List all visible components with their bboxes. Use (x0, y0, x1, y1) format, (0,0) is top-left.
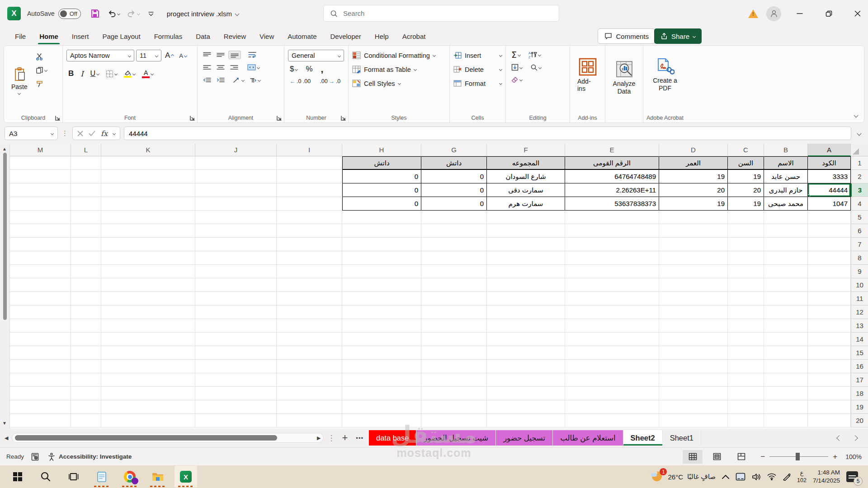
italic-button[interactable]: I (79, 69, 85, 79)
autosave-toggle[interactable]: Off (58, 9, 81, 19)
increase-decimal-button[interactable]: ←.0 .00 (288, 77, 312, 85)
column-header-J[interactable]: J (195, 144, 277, 156)
cell-D12[interactable] (659, 305, 728, 319)
cell-I12[interactable] (277, 305, 342, 319)
excel-app-icon[interactable]: X (7, 7, 21, 20)
scroll-down-icon[interactable]: ▼ (2, 421, 7, 426)
close-button[interactable] (847, 5, 868, 23)
cell-D5[interactable] (659, 211, 728, 224)
cell-A7[interactable] (808, 238, 851, 251)
cell-M18[interactable] (10, 387, 71, 400)
cell-K17[interactable] (101, 373, 195, 387)
cell-E13[interactable] (565, 319, 659, 333)
row-header-17[interactable]: 17 (851, 373, 868, 387)
row-header-16[interactable]: 16 (851, 360, 868, 373)
zoom-in-button[interactable]: + (833, 452, 837, 461)
comments-button[interactable]: Comments (598, 28, 656, 44)
cell-M10[interactable] (10, 278, 71, 292)
cell-H11[interactable] (342, 292, 421, 305)
cell-styles-button[interactable]: Cell Styles (352, 76, 446, 90)
cell-L8[interactable] (71, 251, 101, 265)
cell-D2[interactable]: 19 (659, 170, 728, 183)
insert-function-button[interactable]: fx (101, 129, 108, 138)
cell-I11[interactable] (277, 292, 342, 305)
column-header-K[interactable]: K (101, 144, 195, 156)
cell-F17[interactable] (487, 373, 565, 387)
hscroll-right-icon[interactable]: ▶ (317, 435, 321, 441)
cell-C4[interactable]: 19 (728, 197, 764, 211)
cell-K7[interactable] (101, 238, 195, 251)
formula-input-area[interactable] (124, 127, 851, 140)
name-box-dropdown[interactable] (51, 131, 54, 135)
cell-M2[interactable] (10, 170, 71, 183)
cell-B3[interactable]: حازم البدرى (764, 183, 808, 197)
cell-B4[interactable]: محمد صبحى (764, 197, 808, 211)
cell-A6[interactable] (808, 224, 851, 238)
cancel-icon[interactable] (77, 131, 83, 136)
cell-F19[interactable] (487, 400, 565, 414)
cell-H7[interactable] (342, 238, 421, 251)
accessibility-status[interactable]: Accessibility: Investigate (47, 453, 132, 461)
cell-J3[interactable] (195, 183, 277, 197)
cell-A5[interactable] (808, 211, 851, 224)
align-left-button[interactable] (201, 64, 213, 71)
percent-style-button[interactable]: % (304, 64, 314, 75)
cell-J4[interactable] (195, 197, 277, 211)
scroll-up-icon[interactable]: ▲ (2, 146, 7, 151)
vertical-scrollbar[interactable]: ▲ ▼ (0, 144, 10, 428)
cell-K9[interactable] (101, 265, 195, 278)
align-top-button[interactable] (201, 51, 213, 59)
cell-L20[interactable] (71, 414, 101, 427)
volume-icon[interactable] (752, 473, 761, 481)
cell-E14[interactable] (565, 333, 659, 346)
cell-F15[interactable] (487, 346, 565, 360)
cell-M9[interactable] (10, 265, 71, 278)
number-dialog-launcher-icon[interactable] (341, 116, 346, 121)
cell-D11[interactable] (659, 292, 728, 305)
cell-C14[interactable] (728, 333, 764, 346)
cell-E2[interactable]: 64764748489 (565, 170, 659, 183)
text-direction-dropdown[interactable] (258, 78, 261, 81)
cell-L11[interactable] (71, 292, 101, 305)
cell-B15[interactable] (764, 346, 808, 360)
cell-I17[interactable] (277, 373, 342, 387)
fill-color-button[interactable] (122, 69, 137, 79)
share-button[interactable]: Share (654, 28, 702, 44)
cell-C15[interactable] (728, 346, 764, 360)
cell-J2[interactable] (195, 170, 277, 183)
column-header-D[interactable]: D (659, 144, 728, 156)
cell-J8[interactable] (195, 251, 277, 265)
cell-L5[interactable] (71, 211, 101, 224)
column-header-G[interactable]: G (421, 144, 487, 156)
cut-button[interactable] (34, 52, 49, 61)
ribbon-tab-help[interactable]: Help (368, 27, 396, 45)
sheet-tab-3[interactable]: تسجيل حضور (496, 430, 553, 446)
formula-input[interactable] (129, 130, 846, 137)
merge-dropdown[interactable] (257, 66, 260, 69)
cell-E5[interactable] (565, 211, 659, 224)
cell-F4[interactable]: سمارت هرم (487, 197, 565, 211)
merge-center-button[interactable] (245, 63, 261, 71)
taskbar-search-button[interactable] (34, 466, 57, 488)
cell-B8[interactable] (764, 251, 808, 265)
cell-E12[interactable] (565, 305, 659, 319)
cell-M1[interactable] (10, 156, 71, 170)
cell-I7[interactable] (277, 238, 342, 251)
cell-C9[interactable] (728, 265, 764, 278)
cell-A12[interactable] (808, 305, 851, 319)
cell-G12[interactable] (421, 305, 487, 319)
conditional-formatting-button[interactable]: Conditional Formatting (352, 48, 446, 62)
cell-L6[interactable] (71, 224, 101, 238)
cell-K12[interactable] (101, 305, 195, 319)
autosum-button[interactable]: Σ (509, 49, 522, 61)
cell-M3[interactable] (10, 183, 71, 197)
sheet-tab-5[interactable]: Sheet2 (623, 430, 663, 446)
cell-A8[interactable] (808, 251, 851, 265)
cell-G20[interactable] (421, 414, 487, 427)
cell-I8[interactable] (277, 251, 342, 265)
underline-dropdown[interactable] (96, 72, 99, 75)
row-header-2[interactable]: 2 (851, 170, 868, 183)
cell-B14[interactable] (764, 333, 808, 346)
fill-handle[interactable] (808, 194, 810, 197)
cell-E10[interactable] (565, 278, 659, 292)
